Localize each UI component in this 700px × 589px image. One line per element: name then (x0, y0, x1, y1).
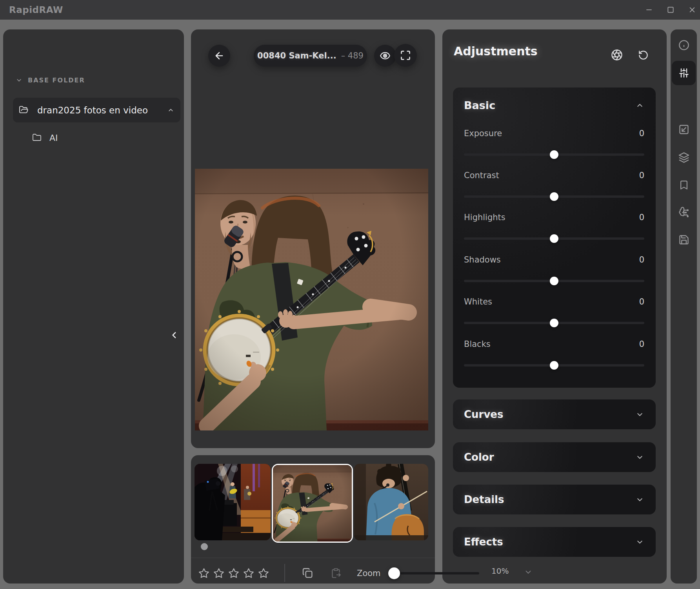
slider-thumb[interactable] (550, 361, 558, 370)
highlights-slider[interactable] (464, 237, 644, 240)
save-icon (678, 234, 689, 245)
preview-original-button[interactable] (374, 45, 396, 67)
section-name: Details (464, 494, 504, 505)
section-curves-header[interactable]: Curves (464, 399, 644, 429)
fullscreen-button[interactable] (394, 44, 417, 67)
slider-label: Highlights (464, 213, 505, 222)
export-tab[interactable] (678, 124, 689, 135)
close-button[interactable] (684, 3, 700, 16)
filmstrip-scroll-indicator[interactable] (201, 543, 208, 550)
base-folder-header[interactable]: BASE FOLDER (16, 77, 85, 84)
thumbnail-banjo-player-selected[interactable] (272, 464, 353, 543)
slider-value: 0 (639, 339, 644, 349)
minimize-button[interactable] (641, 3, 657, 16)
star-icon (198, 567, 210, 579)
section-details: Details (453, 485, 656, 514)
blacks-slider[interactable] (464, 364, 644, 367)
star-rating-3[interactable] (227, 567, 240, 580)
sliders-icon (678, 67, 689, 78)
info-tab[interactable] (678, 40, 689, 51)
slider-row-whites: Whites0 (464, 296, 644, 335)
slider-value: 0 (639, 297, 644, 306)
slider-row-exposure: Exposure0 (464, 128, 644, 167)
section-color: Color (453, 442, 656, 472)
subfolder-name: AI (49, 133, 58, 143)
star-rating-1[interactable] (197, 567, 211, 580)
filename-counter: – 489 (341, 51, 364, 60)
sidebar-collapse-handle[interactable] (169, 330, 180, 340)
slider-thumb[interactable] (550, 192, 558, 201)
section-name: Color (464, 451, 494, 463)
slider-value: 0 (639, 255, 644, 264)
star-icon (228, 567, 240, 579)
star-rating-4[interactable] (242, 567, 255, 580)
chevron-down-icon (16, 77, 22, 84)
aperture-button[interactable] (611, 49, 623, 61)
brain-circuit-icon (678, 206, 689, 218)
slider-thumb[interactable] (550, 234, 558, 243)
slider-row-highlights: Highlights0 (464, 212, 644, 251)
base-folder-label: BASE FOLDER (28, 77, 85, 84)
slider-value: 0 (639, 213, 644, 222)
slider-thumb[interactable] (550, 277, 558, 285)
rotate-ccw-icon (638, 50, 649, 60)
section-basic-header[interactable]: Basic (464, 88, 644, 123)
slider-label: Shadows (464, 255, 501, 264)
reset-adjustments-button[interactable] (638, 50, 649, 60)
star-icon (243, 567, 255, 579)
slider-thumb[interactable] (550, 150, 558, 159)
tools-rail (671, 29, 697, 584)
contrast-slider[interactable] (464, 195, 644, 198)
adjustments-title: Adjustments (454, 44, 538, 58)
chevron-left-icon (169, 330, 180, 340)
chevron-down-icon (524, 568, 533, 576)
section-name: Curves (464, 408, 503, 420)
export-icon (678, 124, 689, 135)
layers-tab[interactable] (678, 152, 689, 163)
ai-tools-tab[interactable] (678, 206, 689, 218)
slider-thumb[interactable] (550, 319, 558, 327)
section-effects-header[interactable]: Effects (464, 527, 644, 557)
zoom-label: Zoom (357, 569, 381, 578)
section-color-header[interactable]: Color (464, 442, 644, 472)
zoom-percent-dropdown[interactable] (524, 568, 533, 576)
copy-settings-button[interactable] (302, 567, 313, 579)
section-details-header[interactable]: Details (464, 485, 644, 514)
main-photo[interactable] (195, 169, 428, 430)
zoom-percent-value[interactable]: 10% (491, 566, 509, 576)
divider (284, 564, 285, 582)
close-icon (688, 6, 696, 14)
chevron-down-icon (636, 496, 644, 504)
app-window: RapidRAW BASE FOLDER dran2025 fotos en v… (0, 0, 700, 589)
info-icon (678, 40, 689, 51)
slider-label: Whites (464, 297, 492, 306)
paste-settings-button[interactable] (331, 568, 341, 578)
sidebar-item-root-folder[interactable]: dran2025 fotos en video (13, 98, 180, 122)
folder-name: dran2025 fotos en video (37, 105, 167, 115)
star-rating-5[interactable] (257, 567, 270, 580)
section-name: Effects (464, 536, 503, 548)
thumbnail-art (195, 464, 271, 540)
star-rating-2[interactable] (212, 567, 225, 580)
back-button[interactable] (208, 45, 230, 67)
zoom-slider-thumb[interactable] (388, 567, 400, 579)
exposure-slider[interactable] (464, 153, 644, 156)
shadows-slider[interactable] (464, 280, 644, 282)
thumbnail-cello-player[interactable] (354, 464, 428, 540)
aperture-icon (611, 49, 623, 61)
zoom-slider-track[interactable] (393, 572, 479, 574)
whites-slider[interactable] (464, 322, 644, 324)
thumbnail-stage-shot[interactable] (195, 464, 271, 540)
maximize-button[interactable] (663, 3, 678, 16)
slider-row-blacks: Blacks0 (464, 338, 644, 377)
folder-sidebar: BASE FOLDER dran2025 fotos en video AI (3, 29, 184, 584)
arrow-left-icon (214, 50, 225, 61)
adjustments-tab[interactable] (678, 67, 689, 78)
app-title: RapidRAW (9, 5, 63, 15)
chevron-down-icon (636, 453, 644, 461)
maximize-icon (667, 6, 675, 14)
bookmark-tab[interactable] (678, 180, 689, 190)
folder-icon (32, 133, 42, 142)
save-tab[interactable] (678, 234, 689, 245)
sidebar-item-ai-folder[interactable]: AI (27, 127, 168, 149)
